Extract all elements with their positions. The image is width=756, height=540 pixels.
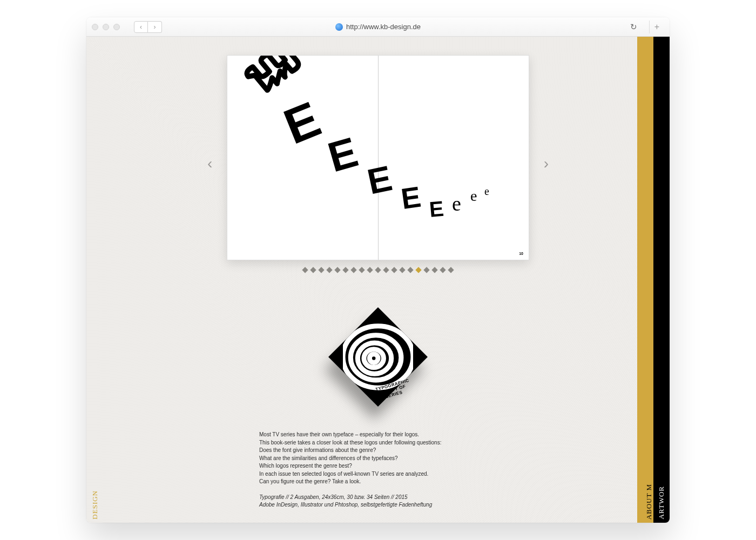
carousel-dot[interactable] [423, 267, 429, 273]
sidebar-tab-design[interactable]: DESIGN [91, 490, 99, 519]
carousel-dot[interactable] [302, 267, 308, 273]
carousel-dot[interactable] [431, 267, 437, 273]
letter-e-1: E [276, 90, 328, 155]
desc-line: Which logos represent the genre best? [259, 462, 497, 470]
content: DESIGN ABOUT M ARTWOR ‹ › 10 [86, 37, 670, 523]
project-description: Most TV series have their own typeface –… [259, 431, 497, 509]
address-bar[interactable]: http://www.kb-design.de [335, 23, 421, 31]
book-spread: 10 E E E E E e e e [227, 55, 529, 260]
back-button[interactable]: ‹ [134, 21, 148, 33]
letter-e-script-2: e [470, 187, 477, 205]
browser-window: ‹ › http://www.kb-design.de ↻ + DESIGN A… [86, 17, 670, 523]
letter-e-script-3: e [484, 185, 489, 198]
letter-e-5: E [428, 197, 445, 222]
carousel-dot[interactable] [375, 267, 381, 273]
desc-line: In each issue ten selected logos of well… [259, 470, 497, 478]
zoom-icon[interactable] [113, 24, 120, 30]
carousel-dot[interactable] [318, 267, 324, 273]
desc-line: Most TV series have their own typeface –… [259, 431, 497, 439]
right-rail: ABOUT M ARTWOR [637, 37, 670, 523]
carousel-dot[interactable] [334, 267, 340, 273]
carousel-dot[interactable] [359, 267, 364, 273]
letter-e-script-1: e [452, 192, 461, 215]
minimize-icon[interactable] [103, 24, 109, 30]
carousel-dot[interactable] [391, 267, 397, 273]
rail-about-label: ABOUT M [645, 484, 653, 519]
globe-icon [335, 23, 343, 31]
nav-buttons: ‹ › [134, 21, 162, 33]
letter-e-2: E [322, 127, 363, 183]
rail-artwork[interactable]: ARTWOR [653, 37, 670, 523]
carousel-dot[interactable] [399, 267, 405, 273]
carousel-dot[interactable] [326, 267, 332, 273]
carousel-dot[interactable] [440, 267, 446, 273]
forward-button[interactable]: › [148, 21, 162, 33]
carousel-dot[interactable] [342, 267, 348, 273]
svg-point-0 [369, 354, 378, 363]
traffic-lights [92, 24, 120, 30]
desc-meta: Typografie // 2 Ausgaben, 24x36cm, 30 bz… [259, 494, 497, 502]
carousel-dot[interactable] [383, 267, 389, 273]
carousel-dot[interactable] [310, 267, 316, 273]
carousel-dot[interactable] [415, 267, 421, 273]
titlebar: ‹ › http://www.kb-design.de ↻ + [86, 17, 670, 37]
url-text: http://www.kb-design.de [346, 23, 421, 31]
carousel-dot[interactable] [448, 267, 454, 273]
carousel-next-button[interactable]: › [544, 155, 549, 172]
carousel-dot[interactable] [407, 267, 413, 273]
desc-meta: Adobe InDesign, Illustrator und Phtoshop… [259, 501, 497, 509]
rail-artwork-label: ARTWOR [657, 486, 666, 519]
rail-about[interactable]: ABOUT M [637, 37, 653, 523]
carousel: ‹ › 10 E E E E E e [227, 55, 529, 272]
close-icon[interactable] [92, 24, 98, 30]
desc-line: Does the font give informations about th… [259, 447, 497, 455]
carousel-dot[interactable] [367, 267, 373, 273]
page: DESIGN ABOUT M ARTWOR ‹ › 10 [86, 37, 670, 523]
carousel-dots [227, 268, 529, 272]
carousel-prev-button[interactable]: ‹ [207, 155, 212, 172]
desc-line: Can you figure out the genre? Take a loo… [259, 478, 497, 486]
refresh-button[interactable]: ↻ [630, 22, 642, 32]
carousel-dot[interactable] [350, 267, 356, 273]
new-tab-button[interactable]: + [649, 21, 664, 33]
letter-e-4: E [399, 180, 423, 215]
letter-e-3: E [364, 157, 396, 202]
typography-art: E E E E E e e e [227, 56, 529, 260]
desc-line: This book-serie takes a closer look at t… [259, 439, 497, 447]
desc-line: What are the similarities and difference… [259, 455, 497, 463]
